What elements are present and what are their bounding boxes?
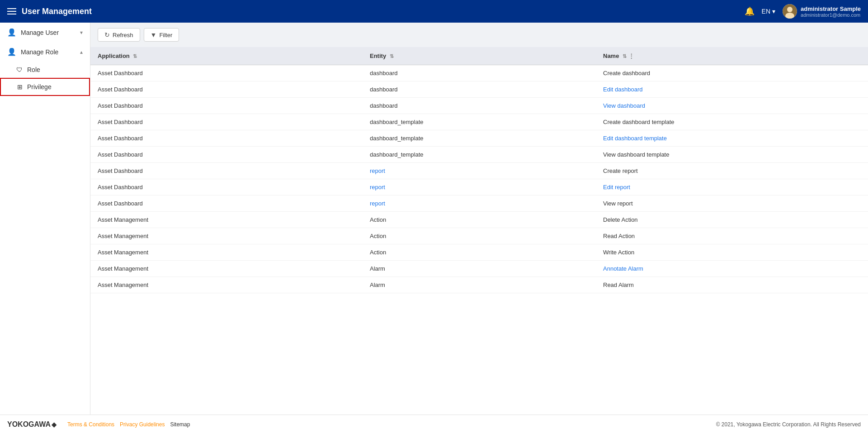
main-layout: 👤 Manage User ▾ 👤 Manage Role ▴ 🛡 Role ⊞…	[0, 23, 868, 415]
cell-entity: dashboard_template	[363, 147, 596, 163]
cell-entity: dashboard	[363, 65, 596, 81]
cell-entity: Action	[363, 212, 596, 228]
user-info[interactable]: administrator Sample administrator1@demo…	[783, 4, 861, 19]
sidebar-item-privilege[interactable]: ⊞ Privilege	[0, 78, 90, 96]
table-row: Asset ManagementAlarmAnnotate Alarm	[90, 261, 868, 277]
cell-entity: report	[363, 196, 596, 212]
sort-entity-icon[interactable]: ⇅	[390, 53, 394, 59]
footer: YOKOGAWA ◆ Terms & Conditions Privacy Gu…	[0, 415, 868, 434]
bell-icon[interactable]: 🔔	[745, 6, 755, 16]
cell-name: Create dashboard	[596, 65, 868, 81]
cell-application: Asset Dashboard	[90, 114, 363, 130]
footer-left: YOKOGAWA ◆ Terms & Conditions Privacy Gu…	[7, 420, 190, 429]
name-link[interactable]: Edit dashboard template	[603, 135, 667, 142]
refresh-button[interactable]: ↻ Refresh	[98, 28, 140, 42]
sort-application-icon[interactable]: ⇅	[133, 53, 137, 59]
user-name: administrator Sample	[801, 5, 861, 12]
cell-name: Create dashboard template	[596, 114, 868, 130]
cell-application: Asset Dashboard	[90, 147, 363, 163]
table-row: Asset Dashboarddashboard_templateEdit da…	[90, 130, 868, 147]
name-link[interactable]: View dashboard	[603, 102, 645, 109]
table-row: Asset DashboardreportEdit report	[90, 179, 868, 196]
cell-entity: report	[363, 163, 596, 179]
table-body: Asset DashboarddashboardCreate dashboard…	[90, 65, 868, 293]
cell-application: Asset Dashboard	[90, 196, 363, 212]
cell-entity: report	[363, 179, 596, 196]
user-email: administrator1@demo.com	[801, 12, 861, 18]
language-selector[interactable]: EN ▾	[762, 8, 775, 15]
cell-name: Read Action	[596, 228, 868, 244]
sitemap-link[interactable]: Sitemap	[170, 421, 190, 428]
name-link[interactable]: Edit dashboard	[603, 86, 642, 93]
brand-diamond: ◆	[52, 421, 57, 428]
cell-application: Asset Dashboard	[90, 81, 363, 98]
cell-entity: Action	[363, 244, 596, 261]
sort-name-icon[interactable]: ⇅	[623, 53, 627, 59]
col-header-name[interactable]: Name ⇅ ⋮	[596, 47, 868, 65]
cell-name: Create report	[596, 163, 868, 179]
role-label: Role	[27, 66, 40, 73]
table-row: Asset DashboarddashboardCreate dashboard	[90, 65, 868, 81]
table-row: Asset DashboarddashboardEdit dashboard	[90, 81, 868, 98]
cell-name: Delete Action	[596, 212, 868, 228]
cell-application: Asset Dashboard	[90, 163, 363, 179]
table-row: Asset DashboardreportView report	[90, 196, 868, 212]
col-header-application[interactable]: Application ⇅	[90, 47, 363, 65]
cell-name: Write Action	[596, 244, 868, 261]
privilege-table: Application ⇅ Entity ⇅ Name ⇅ ⋮	[90, 47, 868, 293]
cell-application: Asset Dashboard	[90, 98, 363, 114]
manage-role-label: Manage Role	[21, 48, 58, 56]
cell-entity: Alarm	[363, 277, 596, 293]
filter-button[interactable]: ▼ Filter	[144, 28, 179, 42]
role-icon: 👤	[7, 48, 16, 56]
user-icon: 👤	[7, 28, 16, 37]
cell-name: Edit report	[596, 179, 868, 196]
app-title: User Management	[22, 7, 92, 16]
cell-application: Asset Management	[90, 261, 363, 277]
cell-application: Asset Management	[90, 244, 363, 261]
cell-application: Asset Dashboard	[90, 130, 363, 147]
cell-name: Annotate Alarm	[596, 261, 868, 277]
sidebar-item-role[interactable]: 🛡 Role	[0, 62, 90, 78]
header-left: User Management	[7, 7, 92, 16]
brand-logo: YOKOGAWA ◆	[7, 420, 57, 429]
entity-link[interactable]: report	[370, 184, 385, 191]
entity-link[interactable]: report	[370, 167, 385, 174]
cell-application: Asset Management	[90, 228, 363, 244]
name-link[interactable]: Annotate Alarm	[603, 265, 643, 272]
chevron-up-icon: ▴	[80, 49, 83, 55]
col-more-icon[interactable]: ⋮	[628, 52, 634, 59]
sidebar-item-manage-user[interactable]: 👤 Manage User ▾	[0, 23, 90, 42]
avatar	[783, 4, 797, 19]
cell-name: View report	[596, 196, 868, 212]
privilege-label: Privilege	[27, 83, 52, 91]
cell-application: Asset Dashboard	[90, 179, 363, 196]
toolbar: ↻ Refresh ▼ Filter	[90, 23, 868, 47]
table-row: Asset ManagementActionWrite Action	[90, 244, 868, 261]
table-row: Asset DashboardreportCreate report	[90, 163, 868, 179]
name-link[interactable]: Edit report	[603, 184, 630, 191]
table-row: Asset Dashboarddashboard_templateCreate …	[90, 114, 868, 130]
terms-link[interactable]: Terms & Conditions	[67, 421, 114, 428]
content-area: ↻ Refresh ▼ Filter Application ⇅	[90, 23, 868, 415]
table-row: Asset DashboarddashboardView dashboard	[90, 98, 868, 114]
table-row: Asset ManagementAlarmRead Alarm	[90, 277, 868, 293]
cell-entity: dashboard_template	[363, 114, 596, 130]
col-header-entity[interactable]: Entity ⇅	[363, 47, 596, 65]
role-sub-icon: 🛡	[16, 66, 23, 73]
cell-entity: dashboard_template	[363, 130, 596, 147]
header-right: 🔔 EN ▾ administrator Sample administrato…	[745, 4, 861, 19]
cell-entity: Action	[363, 228, 596, 244]
hamburger-icon[interactable]	[7, 8, 16, 14]
cell-application: Asset Management	[90, 212, 363, 228]
table-row: Asset ManagementActionDelete Action	[90, 212, 868, 228]
privacy-link[interactable]: Privacy Guidelines	[120, 421, 165, 428]
cell-name: View dashboard	[596, 98, 868, 114]
footer-copyright: © 2021, Yokogawa Electric Corporation. A…	[716, 421, 861, 428]
cell-entity: Alarm	[363, 261, 596, 277]
cell-name: Read Alarm	[596, 277, 868, 293]
table-header: Application ⇅ Entity ⇅ Name ⇅ ⋮	[90, 47, 868, 65]
refresh-icon: ↻	[104, 31, 110, 38]
entity-link[interactable]: report	[370, 200, 385, 207]
sidebar-item-manage-role[interactable]: 👤 Manage Role ▴	[0, 42, 90, 62]
